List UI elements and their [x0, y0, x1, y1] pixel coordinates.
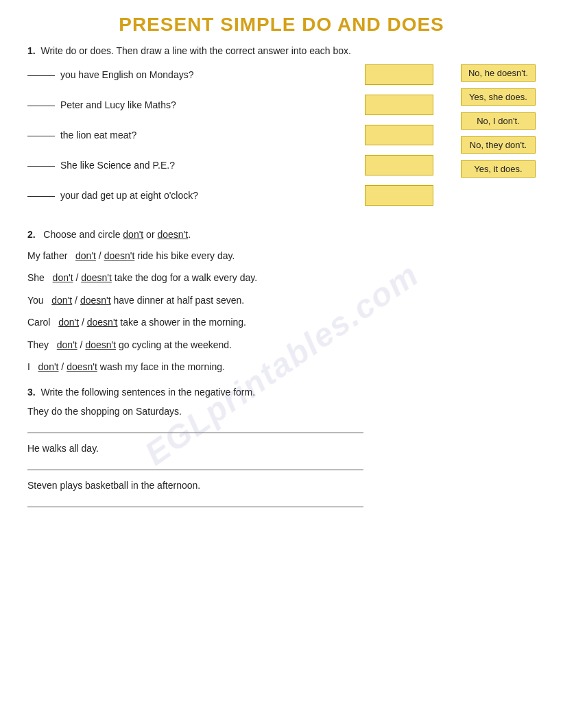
- s2-row-3: You don't / doesn't have dinner at half …: [27, 293, 536, 308]
- answer-box-4[interactable]: [365, 155, 433, 175]
- questions-col: you have English on Mondays? Peter and L…: [27, 64, 433, 215]
- write-line-2[interactable]: [27, 457, 363, 470]
- s2-row-4: Carol don't / doesn't take a shower in t…: [27, 315, 536, 330]
- response-5: Yes, it does.: [461, 160, 536, 178]
- question-row-2: Peter and Lucy like Maths?: [27, 95, 433, 115]
- section3-instruction: 3. Write the following sentences in the …: [27, 387, 536, 398]
- answer-box-3[interactable]: [365, 125, 433, 145]
- s2-row-1: My father don't / doesn't ride his bike …: [27, 248, 536, 263]
- question-row-5: your dad get up at eight o'clock?: [27, 185, 433, 206]
- response-1: No, he doesn't.: [461, 64, 536, 82]
- write-line-3[interactable]: [27, 494, 363, 507]
- section2-instruction: 2. Choose and circle don't or doesn't.: [27, 229, 536, 240]
- s3-sentence-2: He walks all day.: [27, 443, 536, 454]
- question-row-4: She like Science and P.E.?: [27, 155, 433, 175]
- response-2: Yes, she does.: [461, 88, 536, 106]
- section1-instruction: 1. Write do or does. Then draw a line wi…: [27, 45, 536, 56]
- section1: 1. Write do or does. Then draw a line wi…: [27, 45, 536, 215]
- section2: 2. Choose and circle don't or doesn't. M…: [27, 229, 536, 374]
- s2-row-5: They don't / doesn't go cycling at the w…: [27, 337, 536, 352]
- answer-box-1[interactable]: [365, 64, 433, 85]
- s2-row-2: She don't / doesn't take the dog for a w…: [27, 270, 536, 285]
- s3-sentence-1: They do the shopping on Saturdays.: [27, 406, 536, 417]
- s3-sentence-3: Steven plays basketball in the afternoon…: [27, 480, 536, 491]
- responses-col: No, he doesn't. Yes, she does. No, I don…: [461, 64, 536, 178]
- page-title: PRESENT SIMPLE DO AND DOES: [27, 14, 536, 36]
- question-row-1: you have English on Mondays?: [27, 64, 433, 85]
- section3: 3. Write the following sentences in the …: [27, 387, 536, 507]
- answer-box-5[interactable]: [365, 185, 433, 206]
- write-line-1[interactable]: [27, 420, 363, 433]
- response-3: No, I don't.: [461, 112, 536, 130]
- question-row-3: the lion eat meat?: [27, 125, 433, 145]
- s2-row-6: I don't / doesn't wash my face in the mo…: [27, 359, 536, 374]
- answer-box-2[interactable]: [365, 95, 433, 115]
- response-4: No, they don't.: [461, 136, 536, 154]
